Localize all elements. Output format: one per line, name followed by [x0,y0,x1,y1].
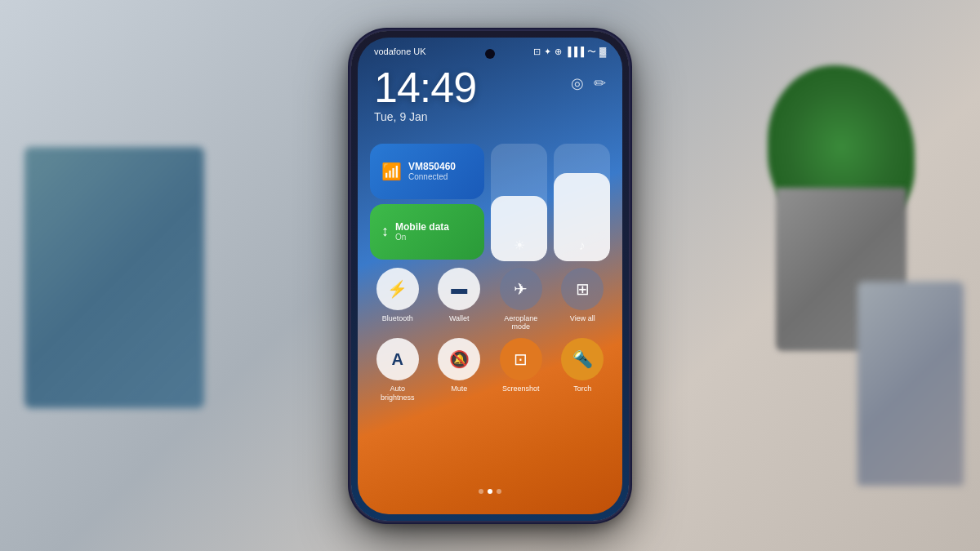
wallet-icon: ▬ [451,279,467,298]
controls-area: 📶 VM850460 Connected ↕ Mobile data On [370,144,610,402]
scene: vodafone UK ⊡ ✦ ⊕ ▐▐▐ 〜 ▓ 14:49 Tue, 9 J… [0,0,980,551]
mobile-data-status: On [395,233,449,242]
bluetooth-icon: ⚡ [387,279,408,299]
view-all-icon: ⊞ [576,279,590,299]
background-can [858,282,964,486]
bluetooth-label: Bluetooth [382,314,413,323]
view-all-toggle[interactable]: ⊞ View all [555,268,611,332]
wifi-ssid: VM850460 [408,161,456,172]
brightness-icon: ☀ [514,238,525,253]
status-bar: vodafone UK ⊡ ✦ ⊕ ▐▐▐ 〜 ▓ [374,46,606,58]
wifi-status: Connected [408,172,456,181]
screenshot-icon: ⊡ [514,349,528,369]
background-box [24,147,204,408]
bluetooth-toggle[interactable]: ⚡ Bluetooth [370,268,425,332]
bluetooth-circle: ⚡ [376,268,419,310]
auto-brightness-circle: A [376,338,419,380]
auto-brightness-label: Autobrightness [381,384,415,402]
volume-icon: ♪ [579,238,586,253]
torch-icon: 🔦 [572,349,593,369]
mute-circle: 🔕 [438,338,480,380]
mute-toggle[interactable]: 🔕 Mute [432,338,488,402]
toggle-row-1: ⚡ Bluetooth ▬ Wallet ✈ Aero [370,268,610,332]
signal-icon: ▐▐▐ [565,47,584,56]
status-icons: ⊡ ✦ ⊕ ▐▐▐ 〜 ▓ [533,46,606,58]
battery-icon: ▓ [599,47,606,56]
nfc-icon: ⊡ [533,47,541,57]
carrier-label: vodafone UK [374,47,426,56]
mobile-data-icon: ↕ [381,223,389,240]
view-all-label: View all [570,314,595,323]
mobile-data-name: Mobile data [395,221,449,233]
mute-icon: 🔕 [449,349,470,369]
aeroplane-toggle[interactable]: ✈ Aeroplanemode [493,268,549,332]
wifi-info: VM850460 Connected [408,161,456,181]
screenshot-label: Screenshot [502,384,540,393]
date: Tue, 9 Jan [374,110,476,123]
aeroplane-label: Aeroplanemode [504,314,537,332]
wallet-toggle[interactable]: ▬ Wallet [432,268,488,332]
screenshot-circle: ⊡ [500,338,542,380]
auto-brightness-toggle[interactable]: A Autobrightness [370,338,425,402]
mute-label: Mute [451,384,467,393]
wallet-label: Wallet [449,314,470,323]
screenshot-toggle[interactable]: ⊡ Screenshot [493,338,549,402]
wifi-status-icon: 〜 [587,46,596,58]
wifi-icon: 📶 [381,162,402,181]
phone: vodafone UK ⊡ ✦ ⊕ ▐▐▐ 〜 ▓ 14:49 Tue, 9 J… [351,31,629,521]
alarm-icon: ⊕ [555,47,562,57]
dot-2 [488,489,492,494]
view-all-circle: ⊞ [561,268,604,310]
dot-1 [479,489,483,494]
wifi-tile[interactable]: 📶 VM850460 Connected [370,144,484,199]
bluetooth-status-icon: ✦ [544,47,551,57]
wallet-circle: ▬ [438,268,480,310]
network-tiles: 📶 VM850460 Connected ↕ Mobile data On [370,144,484,261]
settings-icon[interactable]: ◎ [571,74,584,92]
clock: 14:49 [374,66,476,109]
auto-brightness-icon: A [392,350,403,369]
top-row: 📶 VM850460 Connected ↕ Mobile data On [370,144,610,261]
toggle-row-2: A Autobrightness 🔕 Mute ⊡ [370,338,610,402]
aeroplane-circle: ✈ [500,268,542,310]
torch-toggle[interactable]: 🔦 Torch [555,338,611,402]
torch-label: Torch [573,384,591,393]
mobile-data-info: Mobile data On [395,221,449,242]
mobile-data-tile[interactable]: ↕ Mobile data On [370,204,484,260]
volume-slider[interactable]: ♪ [554,144,610,261]
phone-screen: vodafone UK ⊡ ✦ ⊕ ▐▐▐ 〜 ▓ 14:49 Tue, 9 J… [358,38,622,514]
torch-circle: 🔦 [561,338,604,380]
dot-3 [497,489,501,494]
aeroplane-icon: ✈ [514,279,528,299]
brightness-slider[interactable]: ☀ [491,144,547,261]
edit-icon[interactable]: ✏ [594,74,606,92]
sliders-area: ☀ ♪ [491,144,610,261]
page-dots [479,489,501,494]
time-section: 14:49 Tue, 9 Jan [374,66,476,123]
header-actions: ◎ ✏ [571,74,606,92]
